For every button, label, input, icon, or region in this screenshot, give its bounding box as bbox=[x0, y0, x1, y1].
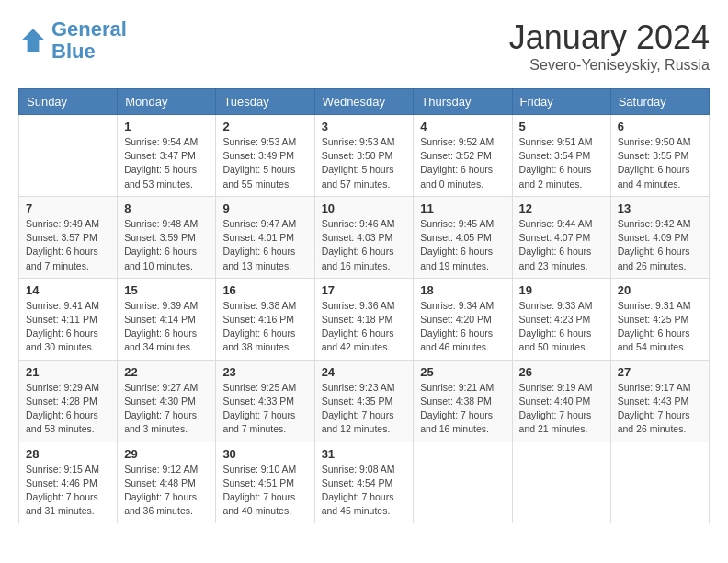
day-number: 19 bbox=[519, 283, 604, 297]
day-number: 21 bbox=[26, 365, 110, 379]
calendar-week-row: 7Sunrise: 9:49 AMSunset: 3:57 PMDaylight… bbox=[19, 196, 710, 278]
calendar-cell: 7Sunrise: 9:49 AMSunset: 3:57 PMDaylight… bbox=[19, 196, 118, 278]
weekday-header-thursday: Thursday bbox=[414, 89, 512, 115]
day-number: 6 bbox=[618, 120, 702, 133]
svg-marker-0 bbox=[21, 29, 45, 52]
day-number: 23 bbox=[222, 365, 307, 379]
calendar-cell: 8Sunrise: 9:48 AMSunset: 3:59 PMDaylight… bbox=[118, 196, 216, 278]
day-info: Sunrise: 9:33 AMSunset: 4:23 PMDaylight:… bbox=[519, 299, 604, 355]
day-info: Sunrise: 9:36 AMSunset: 4:18 PMDaylight:… bbox=[322, 299, 407, 355]
calendar-cell bbox=[19, 115, 118, 197]
day-info: Sunrise: 9:23 AMSunset: 4:35 PMDaylight:… bbox=[322, 381, 407, 437]
day-number: 13 bbox=[618, 201, 702, 215]
day-number: 27 bbox=[618, 365, 702, 379]
day-info: Sunrise: 9:42 AMSunset: 4:09 PMDaylight:… bbox=[618, 217, 702, 273]
calendar-cell: 5Sunrise: 9:51 AMSunset: 3:54 PMDaylight… bbox=[512, 115, 610, 197]
calendar-week-row: 1Sunrise: 9:54 AMSunset: 3:47 PMDaylight… bbox=[19, 115, 710, 197]
calendar-cell: 15Sunrise: 9:39 AMSunset: 4:14 PMDayligh… bbox=[118, 278, 216, 360]
weekday-header-tuesday: Tuesday bbox=[216, 89, 314, 115]
day-info: Sunrise: 9:53 AMSunset: 3:50 PMDaylight:… bbox=[322, 135, 407, 191]
weekday-header-friday: Friday bbox=[512, 89, 610, 115]
weekday-header-sunday: Sunday bbox=[19, 89, 118, 115]
logo: General Blue bbox=[18, 18, 127, 63]
title-block: January 2024 Severo-Yeniseyskiy, Russia bbox=[509, 18, 710, 74]
day-number: 24 bbox=[322, 365, 407, 379]
day-info: Sunrise: 9:08 AMSunset: 4:54 PMDaylight:… bbox=[322, 463, 407, 519]
day-info: Sunrise: 9:10 AMSunset: 4:51 PMDaylight:… bbox=[222, 463, 307, 519]
calendar-week-row: 28Sunrise: 9:15 AMSunset: 4:46 PMDayligh… bbox=[19, 442, 710, 523]
logo-text: General Blue bbox=[51, 18, 127, 63]
day-info: Sunrise: 9:48 AMSunset: 3:59 PMDaylight:… bbox=[124, 217, 209, 273]
calendar-cell bbox=[414, 442, 512, 523]
day-number: 10 bbox=[322, 201, 407, 215]
logo-icon bbox=[18, 26, 48, 55]
day-info: Sunrise: 9:27 AMSunset: 4:30 PMDaylight:… bbox=[124, 381, 209, 437]
day-info: Sunrise: 9:17 AMSunset: 4:43 PMDaylight:… bbox=[618, 381, 702, 437]
day-info: Sunrise: 9:25 AMSunset: 4:33 PMDaylight:… bbox=[222, 381, 307, 437]
month-title: January 2024 bbox=[509, 18, 710, 57]
day-info: Sunrise: 9:54 AMSunset: 3:47 PMDaylight:… bbox=[124, 135, 209, 191]
day-number: 16 bbox=[222, 283, 307, 297]
day-info: Sunrise: 9:52 AMSunset: 3:52 PMDaylight:… bbox=[420, 135, 505, 191]
calendar-cell: 14Sunrise: 9:41 AMSunset: 4:11 PMDayligh… bbox=[19, 278, 118, 360]
calendar-cell: 16Sunrise: 9:38 AMSunset: 4:16 PMDayligh… bbox=[216, 278, 314, 360]
calendar-cell: 21Sunrise: 9:29 AMSunset: 4:28 PMDayligh… bbox=[19, 360, 118, 442]
day-info: Sunrise: 9:46 AMSunset: 4:03 PMDaylight:… bbox=[322, 217, 407, 273]
weekday-header-row: SundayMondayTuesdayWednesdayThursdayFrid… bbox=[19, 89, 710, 115]
day-number: 18 bbox=[420, 283, 505, 297]
page-header: General Blue January 2024 Severo-Yenisey… bbox=[18, 18, 710, 74]
location-subtitle: Severo-Yeniseyskiy, Russia bbox=[509, 57, 710, 74]
day-number: 4 bbox=[420, 120, 505, 133]
calendar-cell: 11Sunrise: 9:45 AMSunset: 4:05 PMDayligh… bbox=[414, 196, 512, 278]
day-info: Sunrise: 9:21 AMSunset: 4:38 PMDaylight:… bbox=[420, 381, 505, 437]
calendar-cell: 20Sunrise: 9:31 AMSunset: 4:25 PMDayligh… bbox=[610, 278, 709, 360]
day-info: Sunrise: 9:34 AMSunset: 4:20 PMDaylight:… bbox=[420, 299, 505, 355]
day-number: 7 bbox=[26, 201, 110, 215]
weekday-header-wednesday: Wednesday bbox=[314, 89, 414, 115]
day-number: 9 bbox=[222, 201, 307, 215]
day-number: 22 bbox=[124, 365, 209, 379]
calendar-cell: 3Sunrise: 9:53 AMSunset: 3:50 PMDaylight… bbox=[314, 115, 414, 197]
calendar-cell: 2Sunrise: 9:53 AMSunset: 3:49 PMDaylight… bbox=[216, 115, 314, 197]
calendar-cell: 10Sunrise: 9:46 AMSunset: 4:03 PMDayligh… bbox=[314, 196, 414, 278]
day-info: Sunrise: 9:29 AMSunset: 4:28 PMDaylight:… bbox=[26, 381, 110, 437]
calendar-cell: 1Sunrise: 9:54 AMSunset: 3:47 PMDaylight… bbox=[118, 115, 216, 197]
calendar-cell: 27Sunrise: 9:17 AMSunset: 4:43 PMDayligh… bbox=[610, 360, 709, 442]
day-info: Sunrise: 9:31 AMSunset: 4:25 PMDaylight:… bbox=[618, 299, 702, 355]
calendar-cell: 31Sunrise: 9:08 AMSunset: 4:54 PMDayligh… bbox=[314, 442, 414, 523]
day-info: Sunrise: 9:39 AMSunset: 4:14 PMDaylight:… bbox=[124, 299, 209, 355]
day-info: Sunrise: 9:53 AMSunset: 3:49 PMDaylight:… bbox=[222, 135, 307, 191]
calendar-cell: 19Sunrise: 9:33 AMSunset: 4:23 PMDayligh… bbox=[512, 278, 610, 360]
day-info: Sunrise: 9:12 AMSunset: 4:48 PMDaylight:… bbox=[124, 463, 209, 519]
logo-line1: General bbox=[51, 17, 127, 40]
calendar-cell bbox=[512, 442, 610, 523]
calendar-cell: 24Sunrise: 9:23 AMSunset: 4:35 PMDayligh… bbox=[314, 360, 414, 442]
day-number: 17 bbox=[322, 283, 407, 297]
calendar-cell: 12Sunrise: 9:44 AMSunset: 4:07 PMDayligh… bbox=[512, 196, 610, 278]
day-info: Sunrise: 9:19 AMSunset: 4:40 PMDaylight:… bbox=[519, 381, 604, 437]
day-info: Sunrise: 9:41 AMSunset: 4:11 PMDaylight:… bbox=[26, 299, 110, 355]
calendar-week-row: 21Sunrise: 9:29 AMSunset: 4:28 PMDayligh… bbox=[19, 360, 710, 442]
calendar-cell: 26Sunrise: 9:19 AMSunset: 4:40 PMDayligh… bbox=[512, 360, 610, 442]
calendar-cell: 4Sunrise: 9:52 AMSunset: 3:52 PMDaylight… bbox=[414, 115, 512, 197]
day-info: Sunrise: 9:15 AMSunset: 4:46 PMDaylight:… bbox=[26, 463, 110, 519]
calendar-cell: 29Sunrise: 9:12 AMSunset: 4:48 PMDayligh… bbox=[118, 442, 216, 523]
day-number: 26 bbox=[519, 365, 604, 379]
day-info: Sunrise: 9:38 AMSunset: 4:16 PMDaylight:… bbox=[222, 299, 307, 355]
calendar-week-row: 14Sunrise: 9:41 AMSunset: 4:11 PMDayligh… bbox=[19, 278, 710, 360]
logo-line2: Blue bbox=[51, 40, 96, 63]
calendar-cell: 18Sunrise: 9:34 AMSunset: 4:20 PMDayligh… bbox=[414, 278, 512, 360]
day-number: 25 bbox=[420, 365, 505, 379]
day-number: 31 bbox=[322, 447, 407, 461]
day-info: Sunrise: 9:44 AMSunset: 4:07 PMDaylight:… bbox=[519, 217, 604, 273]
day-number: 2 bbox=[222, 120, 307, 133]
calendar-cell: 6Sunrise: 9:50 AMSunset: 3:55 PMDaylight… bbox=[610, 115, 709, 197]
day-info: Sunrise: 9:45 AMSunset: 4:05 PMDaylight:… bbox=[420, 217, 505, 273]
calendar-cell: 22Sunrise: 9:27 AMSunset: 4:30 PMDayligh… bbox=[118, 360, 216, 442]
day-number: 1 bbox=[124, 120, 209, 133]
day-number: 15 bbox=[124, 283, 209, 297]
day-number: 30 bbox=[222, 447, 307, 461]
weekday-header-monday: Monday bbox=[118, 89, 216, 115]
day-info: Sunrise: 9:50 AMSunset: 3:55 PMDaylight:… bbox=[618, 135, 702, 191]
day-info: Sunrise: 9:47 AMSunset: 4:01 PMDaylight:… bbox=[222, 217, 307, 273]
